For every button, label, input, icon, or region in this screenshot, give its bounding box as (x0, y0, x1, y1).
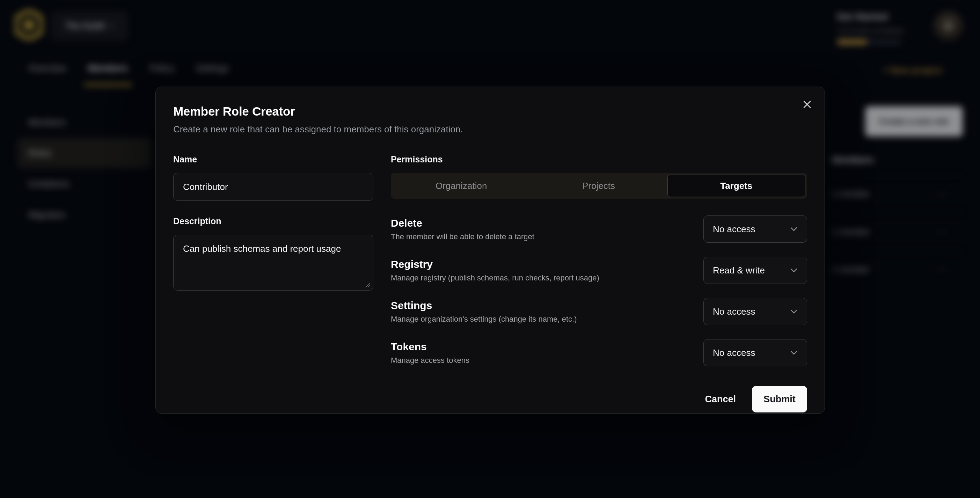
permission-description: Manage access tokens (391, 356, 469, 365)
close-icon[interactable] (799, 97, 815, 112)
tab-organization[interactable]: Organization (393, 175, 530, 197)
permissions-label: Permissions (391, 154, 807, 164)
permission-title: Registry (391, 258, 599, 270)
delete-access-select[interactable]: No access (703, 215, 807, 243)
tab-targets[interactable]: Targets (667, 175, 805, 197)
permission-row-delete: Delete The member will be able to delete… (391, 215, 807, 243)
permission-row-settings: Settings Manage organization's settings … (391, 298, 807, 325)
tab-projects[interactable]: Projects (530, 175, 667, 197)
app-root: The Guild ▾ Get Started 3 of 6 tasks com… (0, 0, 980, 498)
select-value: No access (713, 347, 755, 358)
permission-title: Settings (391, 300, 577, 312)
description-label: Description (173, 216, 373, 226)
permission-row-tokens: Tokens Manage access tokens No access (391, 339, 807, 366)
name-label: Name (173, 154, 373, 164)
role-name-input[interactable] (173, 173, 373, 201)
chevron-down-icon (790, 309, 798, 314)
chevron-down-icon (790, 350, 798, 355)
registry-access-select[interactable]: Read & write (703, 257, 807, 284)
modal-title: Member Role Creator (173, 104, 807, 118)
permission-description: Manage registry (publish schemas, run ch… (391, 274, 599, 283)
submit-button[interactable]: Submit (752, 386, 807, 412)
select-value: Read & write (713, 265, 765, 276)
permission-title: Delete (391, 217, 535, 229)
role-description-textarea[interactable]: Can publish schemas and report usage (173, 235, 373, 291)
permissions-tabstrip: Organization Projects Targets (391, 173, 807, 199)
select-value: No access (713, 306, 755, 317)
permission-row-registry: Registry Manage registry (publish schema… (391, 257, 807, 284)
chevron-down-icon (790, 227, 798, 232)
permission-description: Manage organization's settings (change i… (391, 315, 577, 324)
modal-subtitle: Create a new role that can be assigned t… (173, 124, 807, 135)
permission-description: The member will be able to delete a targ… (391, 232, 535, 241)
settings-access-select[interactable]: No access (703, 298, 807, 325)
permission-title: Tokens (391, 341, 469, 353)
member-role-creator-modal: Member Role Creator Create a new role th… (156, 87, 825, 414)
tokens-access-select[interactable]: No access (703, 339, 807, 366)
select-value: No access (713, 224, 755, 235)
chevron-down-icon (790, 268, 798, 273)
cancel-button[interactable]: Cancel (705, 394, 736, 405)
resize-handle-icon[interactable] (364, 282, 370, 288)
